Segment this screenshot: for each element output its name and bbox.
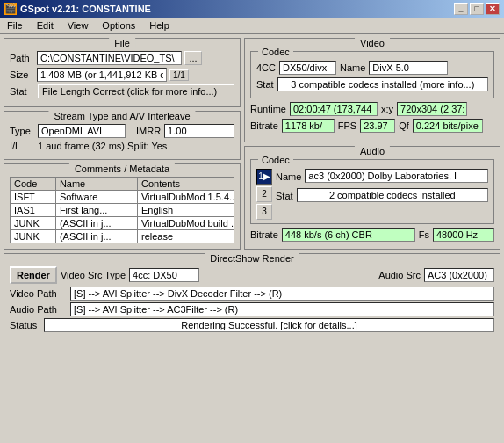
menu-view[interactable]: View: [64, 19, 92, 32]
menu-file[interactable]: File: [4, 19, 26, 32]
size-input: [37, 68, 167, 82]
table-cell: English: [137, 204, 234, 217]
status-row: Status Rendering Successful. [click for …: [10, 318, 494, 332]
menu-edit[interactable]: Edit: [33, 19, 57, 32]
qf-input: [413, 119, 483, 133]
menu-help[interactable]: Help: [146, 19, 173, 32]
col-code: Code: [11, 178, 56, 191]
table-row[interactable]: JUNK(ASCII in j...release: [11, 230, 234, 243]
path-input[interactable]: [37, 51, 182, 65]
audio-right: Name Stat 2 compatible codecs installed: [276, 169, 488, 220]
table-cell: release: [137, 230, 234, 243]
col-contents: Contents: [137, 178, 234, 191]
runtime-label: Runtime: [250, 104, 286, 114]
stream-btn-1[interactable]: 1▶: [256, 169, 272, 185]
audio-fs-input: [433, 228, 494, 242]
stream-btn-3[interactable]: 3: [256, 204, 272, 220]
path-browse-button[interactable]: ...: [184, 51, 202, 65]
fps-label: FPS: [338, 120, 356, 131]
runtime-input: [290, 102, 378, 116]
video-codec-subpanel: Codec 4CC Name Stat 3 compatible codecs …: [250, 51, 494, 98]
video-fcc-row: 4CC Name: [256, 61, 488, 75]
stat-row: Stat File Length Correct (click for more…: [10, 84, 234, 98]
maximize-button[interactable]: □: [470, 3, 484, 15]
table-cell: JUNK: [11, 230, 56, 243]
video-codec-title: Codec: [258, 47, 293, 57]
path-label: Path: [10, 53, 34, 63]
table-cell: (ASCII in j...: [55, 217, 137, 230]
stream-btn-2[interactable]: 2: [256, 186, 272, 202]
il-row: I/L 1 aud frame (32 ms) Split: Yes: [10, 141, 234, 151]
table-cell: VirtualDubMod 1.5.4...: [137, 191, 234, 204]
imrr-label: IMRR: [136, 126, 161, 136]
audio-codec-title: Codec: [258, 155, 293, 165]
video-src-type-input: [129, 268, 199, 282]
comments-table: Code Name Contents ISFTSoftwareVirtualDu…: [10, 177, 234, 243]
audio-inner: 1▶ 2 3 Name Stat 2 compatible codecs: [256, 169, 488, 220]
type-row: Type IMRR: [10, 124, 234, 138]
audio-bitrate-label: Bitrate: [250, 229, 278, 240]
audio-fs-label: Fs: [419, 229, 429, 240]
menu-bar: File Edit View Options Help: [0, 18, 504, 34]
render-button[interactable]: Render: [10, 266, 57, 284]
video-stat-label: Stat: [256, 79, 274, 90]
ds-top-row: Render Video Src Type Audio Src: [10, 266, 494, 284]
title-buttons: _ □ ✕: [454, 3, 500, 15]
bitrate-label: Bitrate: [250, 120, 278, 131]
stream-panel-title: Stream Type and A/V Interleave: [48, 111, 195, 121]
video-path-label: Video Path: [10, 288, 67, 299]
xy-label: x:y: [381, 104, 393, 114]
xy-input: [397, 102, 467, 116]
status-button[interactable]: Rendering Successful. [click for details…: [44, 318, 494, 332]
fcc-input: [279, 61, 336, 75]
video-stat-row: Stat 3 compatible codecs installed (more…: [256, 77, 488, 91]
comments-panel: Comments / Metadata Code Name Contents I…: [4, 163, 241, 250]
audio-path-input: [70, 302, 494, 316]
fps-input: [360, 119, 395, 133]
audio-path-row: Audio Path: [10, 302, 494, 316]
video-path-row: Video Path: [10, 287, 494, 301]
imrr-input: [164, 124, 234, 138]
runtime-row: Runtime x:y: [250, 102, 494, 116]
stream-buttons: 1▶ 2 3: [256, 169, 272, 220]
ds-panel-title: DirectShow Render: [205, 253, 299, 264]
audio-src-input: [424, 268, 494, 282]
type-label: Type: [10, 126, 34, 136]
video-name-label: Name: [340, 62, 365, 73]
table-cell: First lang...: [55, 204, 137, 217]
table-cell: IAS1: [11, 204, 56, 217]
video-panel: Video Codec 4CC Name Stat 3 compatible c…: [244, 38, 500, 142]
audio-bitrate-row: Bitrate Fs: [250, 228, 494, 242]
window-title: GSpot v2.21: CONSTANTINE: [20, 4, 151, 14]
size-toggle-button[interactable]: 1/1: [169, 69, 189, 81]
table-row[interactable]: JUNK(ASCII in j...VirtualDubMod build ..…: [11, 217, 234, 230]
table-row[interactable]: IAS1First lang...English: [11, 204, 234, 217]
close-button[interactable]: ✕: [486, 3, 500, 15]
video-stat-button[interactable]: 3 compatible codecs installed (more info…: [277, 77, 488, 91]
path-row: Path ...: [10, 51, 247, 65]
table-row[interactable]: ISFTSoftwareVirtualDubMod 1.5.4...: [11, 191, 234, 204]
bitrate-row: Bitrate FPS Qf: [250, 119, 494, 133]
audio-bitrate-input: [282, 228, 415, 242]
table-cell: VirtualDubMod build ...: [137, 217, 234, 230]
audio-panel: Audio Codec 1▶ 2 3 Name: [244, 146, 500, 251]
audio-panel-title: Audio: [355, 146, 390, 156]
table-cell: (ASCII in j...: [55, 230, 137, 243]
type-input: [38, 124, 126, 138]
comments-panel-title: Comments / Metadata: [69, 163, 175, 174]
video-path-input: [70, 287, 494, 301]
app-icon: 🎬: [4, 3, 17, 15]
audio-path-label: Audio Path: [10, 304, 67, 315]
ds-panel: DirectShow Render Render Video Src Type …: [4, 253, 500, 338]
minimize-button[interactable]: _: [454, 3, 468, 15]
menu-options[interactable]: Options: [98, 19, 139, 32]
size-label: Size: [10, 69, 34, 80]
title-bar: 🎬 GSpot v2.21: CONSTANTINE _ □ ✕: [0, 0, 504, 18]
stat-label: Stat: [10, 86, 34, 97]
stat-button[interactable]: File Length Correct (click for more info…: [38, 84, 234, 98]
table-cell: ISFT: [11, 191, 56, 204]
qf-label: Qf: [399, 120, 409, 131]
audio-name-input: [305, 169, 488, 183]
audio-stat-button[interactable]: 2 compatible codecs installed: [297, 188, 488, 202]
file-panel-title: File: [109, 38, 135, 48]
